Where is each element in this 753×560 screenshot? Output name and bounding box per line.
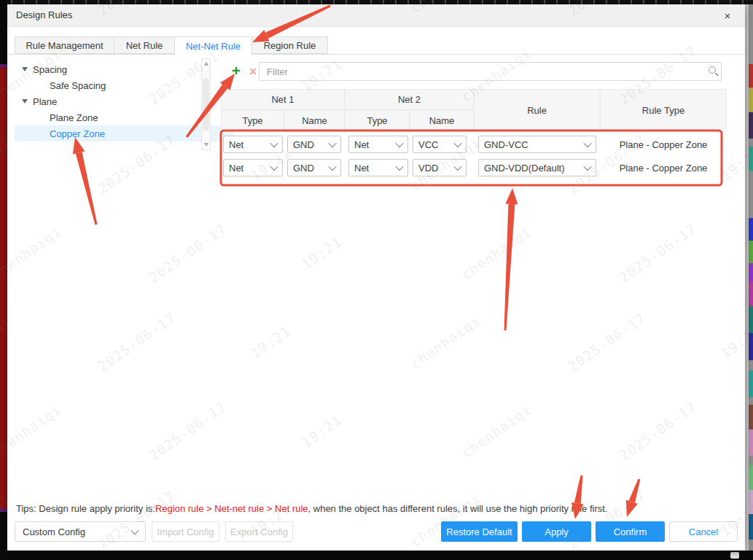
filter-input[interactable]	[259, 62, 722, 81]
tab-region-rule[interactable]: Region Rule	[252, 36, 328, 54]
scroll-up-icon[interactable]	[204, 62, 208, 66]
chevron-down-icon	[328, 139, 336, 147]
chevron-down-icon	[130, 526, 138, 534]
app-left-edge	[0, 0, 7, 560]
tree-scrollbar[interactable]	[201, 58, 211, 150]
apply-button[interactable]: Apply	[522, 521, 591, 542]
layer-color-strip	[749, 4, 753, 551]
tree-item-plane[interactable]: Plane	[22, 94, 57, 109]
tab-bar: Rule Management Net Rule Net-Net Rule Re…	[7, 36, 745, 55]
col-net1-name: Name	[284, 110, 345, 131]
tree-item-plane-zone[interactable]: Plane Zone	[50, 110, 98, 125]
collapse-triangle-icon[interactable]	[22, 99, 28, 104]
delete-rule-icon[interactable]: ✕	[246, 66, 260, 77]
close-icon[interactable]: ×	[720, 8, 735, 23]
cancel-button[interactable]: Cancel	[669, 521, 738, 542]
add-rule-icon[interactable]: +	[228, 63, 244, 79]
tree-item-copper-zone[interactable]: Copper Zone	[15, 125, 233, 141]
import-config-button[interactable]: Import Config	[152, 521, 219, 542]
confirm-button[interactable]: Confirm	[596, 521, 665, 542]
rule-select[interactable]: GND-VCC	[478, 136, 596, 153]
net1-name-select[interactable]: GND	[287, 136, 341, 153]
export-config-button[interactable]: Export Config	[225, 521, 293, 542]
chevron-down-icon	[395, 163, 403, 171]
tab-rule-management[interactable]: Rule Management	[15, 36, 114, 54]
collapse-triangle-icon[interactable]	[22, 67, 28, 71]
chevron-down-icon	[270, 163, 278, 171]
rule-row: Net GND Net VCC GND-VCC Plane - Copper Z…	[221, 133, 727, 156]
col-group-net2: Net 2	[345, 89, 474, 110]
col-net1-type: Type	[221, 110, 284, 131]
rule-type-value: Plane - Copper Zone	[600, 156, 727, 179]
rule-select[interactable]: GND-VDD(Default)	[478, 159, 596, 176]
net2-type-select[interactable]: Net	[348, 159, 408, 176]
app-bottom-edge	[0, 551, 753, 560]
app-scroll-corner	[730, 552, 739, 559]
net2-type-select[interactable]: Net	[348, 136, 408, 153]
chevron-down-icon	[270, 139, 278, 147]
restore-default-button[interactable]: Restore Default	[441, 521, 518, 542]
tree-item-safe-spacing[interactable]: Safe Spacing	[50, 78, 106, 93]
tree-item-spacing[interactable]: Spacing	[22, 62, 67, 77]
net2-name-select[interactable]: VDD	[413, 159, 467, 176]
chevron-down-icon	[583, 163, 591, 171]
dialog-titlebar: Design Rules ×	[7, 4, 745, 27]
rule-row: Net GND Net VDD GND-VDD(Default) Plane -…	[221, 156, 727, 179]
chevron-down-icon	[328, 163, 336, 171]
design-rules-dialog: Design Rules × Rule Management Net Rule …	[7, 4, 745, 551]
chevron-down-icon	[395, 139, 403, 147]
net2-name-select[interactable]: VCC	[413, 136, 467, 153]
tab-net-net-rule[interactable]: Net-Net Rule	[175, 36, 252, 55]
tab-net-rule[interactable]: Net Rule	[114, 36, 175, 54]
col-net2-type: Type	[345, 110, 410, 131]
chevron-down-icon	[583, 139, 591, 147]
col-net2-name: Name	[410, 110, 474, 131]
rule-type-value: Plane - Copper Zone	[600, 133, 727, 156]
chevron-down-icon	[453, 139, 461, 147]
search-icon	[709, 66, 719, 77]
net1-type-select[interactable]: Net	[223, 136, 283, 153]
col-rule: Rule	[474, 89, 600, 131]
net1-type-select[interactable]: Net	[223, 159, 283, 176]
priority-order-text: Region rule > Net-net rule > Net rule	[155, 503, 308, 514]
scroll-down-icon[interactable]	[204, 143, 208, 147]
col-group-net1: Net 1	[221, 89, 345, 110]
config-select[interactable]: Custom Config	[15, 521, 146, 542]
dialog-title: Design Rules	[16, 9, 72, 20]
scrollbar-thumb[interactable]	[203, 78, 209, 131]
table-header: Net 1 Net 2 Rule Rule Type Type Name Typ…	[221, 89, 727, 131]
chevron-down-icon	[453, 163, 461, 171]
col-rule-type: Rule Type	[600, 89, 727, 131]
tips-text: Tips: Design rule apply priority is:Regi…	[16, 503, 607, 514]
net1-name-select[interactable]: GND	[287, 159, 341, 176]
